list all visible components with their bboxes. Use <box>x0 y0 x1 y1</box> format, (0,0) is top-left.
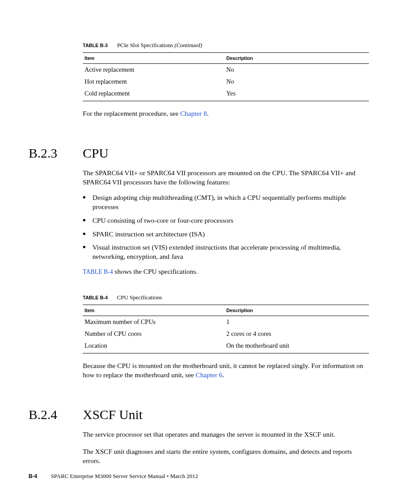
replacement-procedure-text: For the replacement procedure, see Chapt… <box>83 109 369 118</box>
table-row: Cold replacement Yes <box>83 88 369 101</box>
chapter-6-link[interactable]: Chapter 6 <box>196 371 223 379</box>
page-number: B-4 <box>29 473 37 479</box>
list-item: CPU consisting of two-core or four-core … <box>83 216 369 225</box>
table-b4-header-desc: Description <box>225 305 369 316</box>
chapter-8-link[interactable]: Chapter 8 <box>180 110 207 117</box>
table-b4-caption: TABLE B-4 CPU Specifications <box>83 294 369 301</box>
table-b4-header-item: Item <box>83 305 225 316</box>
section-b24-number: B.2.4 <box>29 407 83 422</box>
table-row: Location On the motherboard unit <box>83 340 369 353</box>
table-b3-header-desc: Description <box>225 53 369 64</box>
section-b23-heading: B.2.3 CPU <box>29 146 369 161</box>
xscf-paragraph-2: The XSCF unit diagnoses and starts the e… <box>83 447 369 466</box>
table-b3-continued: (Continued) <box>174 42 202 48</box>
section-b24-heading: B.2.4 XSCF Unit <box>29 407 369 422</box>
table-row: Hot replacement No <box>83 76 369 88</box>
list-item: Visual instruction set (VIS) extended in… <box>83 243 369 261</box>
table-row: Maximum number of CPUs 1 <box>83 316 369 328</box>
section-b24-title: XSCF Unit <box>83 407 143 422</box>
table-b4-xref-link[interactable]: TABLE B-4 <box>83 269 113 275</box>
xscf-paragraph-1: The service processor set that operates … <box>83 430 369 439</box>
footer-text: SPARC Enterprise M3000 Server Service Ma… <box>51 473 198 479</box>
list-item: SPARC instruction set architecture (ISA) <box>83 230 369 239</box>
page-footer: B-4 SPARC Enterprise M3000 Server Servic… <box>29 473 198 480</box>
table-row: Active replacement No <box>83 64 369 76</box>
table-b3-title: PCIe Slot Specifications <box>117 42 174 48</box>
cpu-xref-text: TABLE B-4 shows the CPU specifications. <box>83 268 369 276</box>
table-b4-label: TABLE B-4 <box>83 295 108 300</box>
section-b23-title: CPU <box>83 146 108 161</box>
cpu-feature-list: Design adopting chip multithreading (CMT… <box>83 193 369 262</box>
table-b4: Item Description Maximum number of CPUs … <box>83 305 369 353</box>
table-b3-label: TABLE B-3 <box>83 43 108 48</box>
table-b3-header-item: Item <box>83 53 225 64</box>
cpu-note-text: Because the CPU is mounted on the mother… <box>83 361 369 380</box>
section-b23-number: B.2.3 <box>29 146 83 161</box>
table-b4-title: CPU Specifications <box>117 294 162 301</box>
cpu-intro-text: The SPARC64 VII+ or SPARC64 VII processo… <box>83 169 369 187</box>
table-b3: Item Description Active replacement No H… <box>83 52 369 101</box>
table-b3-caption: TABLE B-3 PCIe Slot Specifications (Cont… <box>83 42 369 49</box>
table-row: Number of CPU cores 2 cores or 4 cores <box>83 328 369 340</box>
list-item: Design adopting chip multithreading (CMT… <box>83 193 369 212</box>
